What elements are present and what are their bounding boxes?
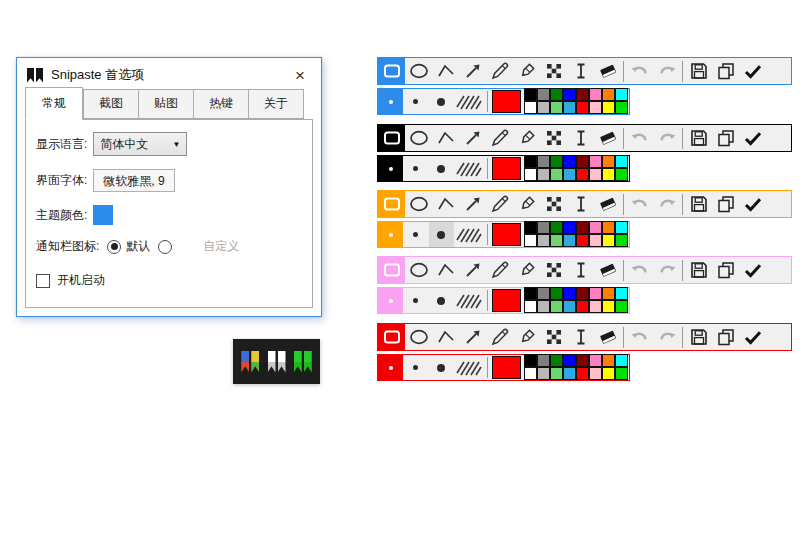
- palette-color[interactable]: [589, 234, 602, 247]
- palette-color[interactable]: [602, 287, 615, 300]
- palette-color[interactable]: [537, 354, 550, 367]
- eraser-tool-button[interactable]: [594, 125, 621, 151]
- save-button[interactable]: [685, 125, 712, 151]
- palette-color[interactable]: [602, 168, 615, 181]
- theme-color-swatch[interactable]: [93, 205, 113, 225]
- pencil-tool-button[interactable]: [486, 58, 513, 84]
- palette-color[interactable]: [589, 155, 602, 168]
- palette-color[interactable]: [563, 287, 576, 300]
- confirm-button[interactable]: [739, 125, 766, 151]
- ellipse-tool-button[interactable]: [405, 191, 432, 217]
- radio-default[interactable]: [107, 240, 121, 254]
- palette-color[interactable]: [550, 234, 563, 247]
- palette-color[interactable]: [524, 367, 537, 380]
- size-large-button[interactable]: [429, 89, 454, 114]
- hatch-fill-button[interactable]: [454, 355, 485, 380]
- size-small-button[interactable]: [403, 222, 428, 247]
- confirm-button[interactable]: [739, 324, 766, 350]
- arrow-tool-button[interactable]: [459, 324, 486, 350]
- undo-button[interactable]: [626, 125, 653, 151]
- size-small-button[interactable]: [403, 355, 428, 380]
- palette-color[interactable]: [563, 221, 576, 234]
- palette-color[interactable]: [589, 367, 602, 380]
- hatch-fill-button[interactable]: [454, 89, 485, 114]
- text-tool-button[interactable]: [567, 191, 594, 217]
- palette-color[interactable]: [589, 354, 602, 367]
- hatch-fill-button[interactable]: [454, 288, 485, 313]
- snipaste-logo-white-icon[interactable]: [268, 351, 286, 373]
- palette-color[interactable]: [537, 287, 550, 300]
- palette-color[interactable]: [602, 88, 615, 101]
- palette-color[interactable]: [602, 101, 615, 114]
- palette-color[interactable]: [576, 354, 589, 367]
- autostart-checkbox[interactable]: [36, 274, 50, 288]
- marker-tool-button[interactable]: [513, 257, 540, 283]
- palette-color[interactable]: [550, 101, 563, 114]
- arrow-tool-button[interactable]: [459, 191, 486, 217]
- palette-color[interactable]: [524, 234, 537, 247]
- palette-color[interactable]: [576, 367, 589, 380]
- current-color-swatch[interactable]: [492, 90, 521, 113]
- arrow-tool-button[interactable]: [459, 125, 486, 151]
- tab-screenshot[interactable]: 截图: [83, 89, 139, 119]
- polyline-tool-button[interactable]: [432, 324, 459, 350]
- palette-color[interactable]: [615, 354, 628, 367]
- undo-button[interactable]: [626, 58, 653, 84]
- copy-button[interactable]: [712, 257, 739, 283]
- palette-color[interactable]: [589, 88, 602, 101]
- copy-button[interactable]: [712, 58, 739, 84]
- palette-color[interactable]: [563, 234, 576, 247]
- palette-color[interactable]: [576, 221, 589, 234]
- palette-color[interactable]: [589, 287, 602, 300]
- palette-color[interactable]: [537, 367, 550, 380]
- palette-color[interactable]: [589, 168, 602, 181]
- palette-color[interactable]: [550, 221, 563, 234]
- snipaste-logo-colorful-icon[interactable]: [241, 351, 259, 373]
- arrow-tool-button[interactable]: [459, 58, 486, 84]
- palette-color[interactable]: [563, 88, 576, 101]
- palette-color[interactable]: [563, 300, 576, 313]
- current-color-swatch[interactable]: [492, 223, 521, 246]
- text-tool-button[interactable]: [567, 324, 594, 350]
- size-small-button[interactable]: [403, 89, 428, 114]
- mosaic-tool-button[interactable]: [540, 125, 567, 151]
- pencil-tool-button[interactable]: [486, 257, 513, 283]
- palette-color[interactable]: [576, 168, 589, 181]
- palette-color[interactable]: [550, 155, 563, 168]
- pencil-tool-button[interactable]: [486, 125, 513, 151]
- palette-color[interactable]: [550, 354, 563, 367]
- palette-color[interactable]: [524, 221, 537, 234]
- close-icon[interactable]: ×: [289, 65, 311, 86]
- palette-color[interactable]: [563, 155, 576, 168]
- palette-color[interactable]: [524, 155, 537, 168]
- pencil-tool-button[interactable]: [486, 191, 513, 217]
- copy-button[interactable]: [712, 324, 739, 350]
- rectangle-tool-button[interactable]: [378, 125, 405, 151]
- current-color-swatch[interactable]: [492, 356, 521, 379]
- text-tool-button[interactable]: [567, 257, 594, 283]
- palette-color[interactable]: [615, 88, 628, 101]
- palette-color[interactable]: [589, 300, 602, 313]
- save-button[interactable]: [685, 257, 712, 283]
- palette-color[interactable]: [537, 300, 550, 313]
- tab-hotkeys[interactable]: 热键: [194, 89, 249, 119]
- pencil-tool-button[interactable]: [486, 324, 513, 350]
- redo-button[interactable]: [653, 324, 680, 350]
- palette-color[interactable]: [615, 300, 628, 313]
- marker-tool-button[interactable]: [513, 125, 540, 151]
- redo-button[interactable]: [653, 125, 680, 151]
- palette-color[interactable]: [615, 287, 628, 300]
- palette-color[interactable]: [602, 234, 615, 247]
- rectangle-tool-button[interactable]: [378, 257, 405, 283]
- palette-color[interactable]: [589, 221, 602, 234]
- rectangle-tool-button[interactable]: [378, 58, 405, 84]
- confirm-button[interactable]: [739, 257, 766, 283]
- marker-tool-button[interactable]: [513, 324, 540, 350]
- palette-color[interactable]: [537, 88, 550, 101]
- undo-button[interactable]: [626, 191, 653, 217]
- font-button[interactable]: 微软雅黑, 9: [93, 169, 174, 192]
- tab-about[interactable]: 关于: [249, 89, 304, 119]
- current-color-swatch[interactable]: [492, 157, 521, 180]
- palette-color[interactable]: [615, 101, 628, 114]
- palette-color[interactable]: [589, 101, 602, 114]
